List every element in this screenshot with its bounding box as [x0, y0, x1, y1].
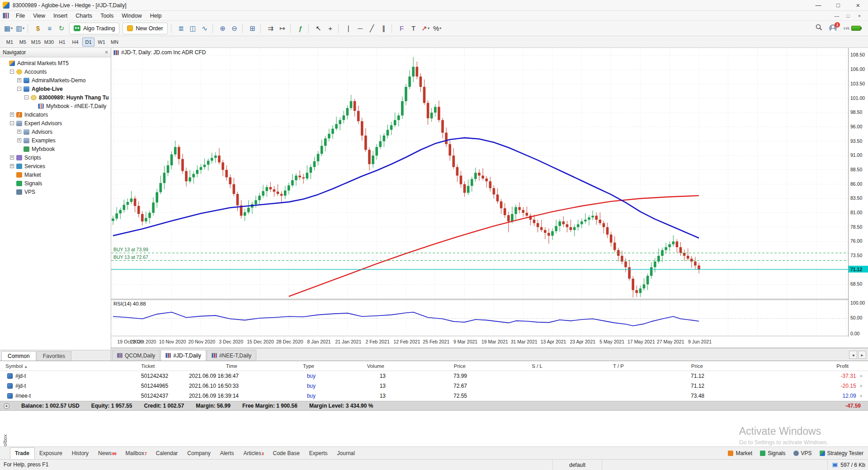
close-position-icon[interactable]: ×	[860, 393, 863, 399]
minimize-icon[interactable]: —	[808, 0, 828, 10]
tab-scroll-left-icon[interactable]: ◂	[849, 351, 857, 359]
horizontal-line-button[interactable]: ─	[355, 23, 366, 34]
navigator-tree-item[interactable]: + Advisors	[0, 127, 111, 136]
timeframe-button[interactable]: H4	[69, 38, 81, 47]
navigator-tree-item[interactable]: + Indicators	[0, 110, 111, 119]
new-chart-button[interactable]: ▦▾	[3, 23, 14, 34]
column-header[interactable]: Price	[391, 363, 472, 369]
toolbar-button[interactable]	[171, 24, 174, 33]
search-icon[interactable]	[816, 24, 822, 33]
chart-tab[interactable]: #NEE-T,Daily	[207, 350, 256, 361]
trade-row[interactable]: #jd-t 501244965 2021.06.10 16:50:33 buy …	[0, 381, 868, 391]
text-label-button[interactable]: T	[408, 23, 420, 34]
zoom-out-button[interactable]: ⊖	[229, 23, 241, 34]
menu-item[interactable]: Help	[146, 12, 166, 20]
chart-close-icon[interactable]: ×	[854, 13, 864, 19]
fibonacci-button[interactable]: F	[396, 23, 408, 34]
expand-toggle-icon[interactable]	[3, 61, 7, 65]
timeframe-button[interactable]: M15	[30, 38, 42, 47]
expand-toggle-icon[interactable]	[10, 173, 14, 177]
navigator-tab[interactable]: Common	[1, 351, 36, 361]
expand-toggle-icon[interactable]: -	[24, 95, 28, 99]
trade-row[interactable]: #jd-t 501242432 2021.06.09 16:36:47 buy …	[0, 371, 868, 381]
panel-toggle-button[interactable]: Market	[728, 450, 752, 456]
tile-windows-button[interactable]: ⊞	[247, 23, 259, 34]
navigator-tree-item[interactable]: - Aglobe-Live	[0, 85, 111, 93]
chart-tab[interactable]: QCOM,Daily	[112, 350, 160, 361]
navigator-tree-item[interactable]: Admiral Markets MT5	[0, 59, 111, 67]
toolbox-tab[interactable]: Alerts	[216, 448, 239, 459]
navigator-tree-item[interactable]: Signals	[0, 179, 111, 188]
toolbar-button[interactable]	[28, 24, 31, 33]
price-axis[interactable]: 108.50106.00103.50101.0098.5096.0093.509…	[848, 48, 868, 337]
menu-item[interactable]: Charts	[71, 12, 96, 20]
restore-icon[interactable]: □	[828, 0, 848, 10]
toolbox-tab[interactable]: Calendar	[151, 448, 183, 459]
expand-toggle-icon[interactable]	[10, 181, 14, 185]
toolbox-tab[interactable]: News99	[94, 448, 121, 459]
menu-item[interactable]: Tools	[96, 12, 118, 20]
toolbar-button[interactable]	[242, 24, 245, 33]
close-position-icon[interactable]: ×	[860, 383, 863, 389]
navigator-tab[interactable]: Favorites	[37, 351, 71, 361]
timeframe-button[interactable]: M5	[17, 38, 29, 47]
toolbar-button[interactable]	[212, 24, 216, 33]
virtual-hosting-button[interactable]: ↻	[56, 23, 67, 34]
column-header[interactable]: Type	[244, 363, 321, 369]
expand-toggle-icon[interactable]	[17, 147, 21, 151]
toolbox-tab[interactable]: Company	[183, 448, 215, 459]
column-header[interactable]: Time	[176, 363, 244, 369]
price-chart[interactable]: BUY 13 at 73.99BUY 13 at 72.67 #JD-T, Da…	[111, 48, 848, 299]
navigator-tree-item[interactable]: Myfxbook - #NEE-T,Daily	[0, 102, 111, 110]
column-header[interactable]: Symbol▲	[0, 363, 136, 369]
cursor-button[interactable]: ↖	[313, 23, 325, 34]
date-axis[interactable]: 19 Oct 202029 Oct 202010 Nov 202020 Nov …	[111, 337, 868, 348]
navigator-tree-item[interactable]: VPS	[0, 188, 111, 196]
expand-toggle-icon[interactable]: -	[10, 121, 14, 125]
toolbox-tab[interactable]: History	[67, 448, 94, 459]
menu-item[interactable]: File	[12, 12, 29, 20]
profiles-button[interactable]: ▥▾	[14, 23, 26, 34]
toolbox-tab[interactable]: Articles3	[239, 448, 268, 459]
toolbox-tab[interactable]: Journal	[333, 448, 360, 459]
navigator-tree-item[interactable]: + Services	[0, 162, 111, 170]
vertical-line-button[interactable]: ∣	[343, 23, 354, 34]
panel-toggle-button[interactable]: VPS	[793, 450, 812, 456]
column-header[interactable]: Ticket	[136, 363, 176, 369]
trade-row[interactable]: #nee-t 501242437 2021.06.09 16:39:14 buy…	[0, 391, 868, 401]
navigator-tree-item[interactable]: - Accounts	[0, 67, 111, 76]
navigator-tree-item[interactable]: + Examples	[0, 136, 111, 145]
toolbar-button[interactable]	[290, 24, 293, 33]
column-header[interactable]: Price	[631, 363, 710, 369]
navigator-tree-item[interactable]: + AdmiralMarkets-Demo	[0, 76, 111, 85]
toolbox-tab[interactable]: Exposure	[35, 448, 67, 459]
navigator-tree-item[interactable]: - 83000989: Huynh Thang Tu	[0, 93, 111, 102]
navigator-tree-item[interactable]: + Scripts	[0, 153, 111, 162]
timeframe-button[interactable]: M30	[43, 38, 55, 47]
auto-scroll-button[interactable]: ⇉	[265, 23, 277, 34]
chart-tab[interactable]: #JD-T,Daily	[160, 350, 206, 361]
new-order-button[interactable]: New Order	[123, 23, 167, 34]
symbols-button[interactable]: $	[33, 23, 44, 34]
equidistant-channel-button[interactable]: ∥	[378, 23, 390, 34]
expand-toggle-icon[interactable]: +	[17, 138, 21, 142]
menu-item[interactable]: View	[29, 12, 49, 20]
expand-toggle-icon[interactable]: +	[17, 78, 21, 82]
candle-chart-mode-button[interactable]: ◫	[188, 23, 199, 34]
toolbar-button[interactable]	[392, 24, 395, 33]
arrows-button[interactable]: ↗▾	[420, 23, 431, 34]
indicators-button[interactable]: ƒ	[295, 23, 307, 34]
depth-of-market-button[interactable]: ≡	[44, 23, 56, 34]
expand-toggle-icon[interactable]: -	[10, 70, 14, 74]
column-header[interactable]: T / P	[549, 363, 631, 369]
navigator-tree-item[interactable]: - Expert Advisors	[0, 119, 111, 127]
expand-toggle-icon[interactable]: +	[10, 155, 14, 160]
toolbar-button[interactable]	[308, 24, 311, 33]
algo-trading-button[interactable]: Algo Trading	[69, 23, 119, 34]
tab-scroll-right-icon[interactable]: ▸	[858, 351, 866, 359]
menu-item[interactable]: Insert	[49, 12, 71, 20]
objects-more-button[interactable]: %▾	[432, 23, 443, 34]
column-header[interactable]: Volume	[321, 363, 391, 369]
profile-selector[interactable]: default	[552, 460, 602, 470]
notifications-icon[interactable]: 1	[829, 24, 837, 32]
